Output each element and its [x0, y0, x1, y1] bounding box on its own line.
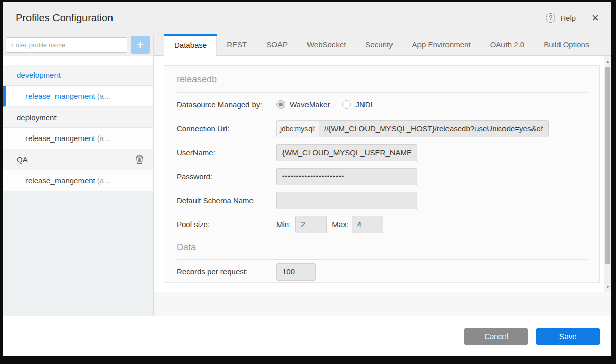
cancel-button[interactable]: Cancel — [464, 328, 528, 345]
profile-group-deployment[interactable]: deployment — [3, 107, 153, 128]
scrollbar-down-icon[interactable]: ▼ — [604, 283, 611, 291]
main-area: Database REST SOAP WebSocket Security Ap… — [154, 34, 611, 316]
username-row: UserName: — [177, 141, 587, 164]
profile-item-truncation: (a… — [97, 176, 111, 185]
radio-jndi[interactable] — [342, 100, 351, 109]
profiles-configuration-dialog: Profiles Configuration ? Help ✕ + develo… — [3, 2, 611, 356]
delete-profile-icon[interactable] — [135, 155, 144, 164]
tab-label: App Environment — [412, 40, 471, 49]
pool-min-label: Min: — [276, 220, 291, 229]
records-label: Records per request: — [177, 267, 276, 276]
connection-url-input[interactable] — [319, 120, 549, 137]
database-config-panel: releasedb Datasource Managed by: WaveMak… — [164, 65, 600, 283]
profile-group-label: deployment — [17, 113, 57, 122]
profile-item-label: release_mangement — [25, 176, 95, 185]
profile-name-input[interactable] — [6, 37, 127, 53]
tab-soap[interactable]: SOAP — [257, 34, 297, 55]
radio-jndi-label: JNDI — [355, 100, 372, 109]
profiles-sidebar: + development release_mangement (a… depl… — [3, 34, 154, 316]
tab-label: Database — [174, 41, 207, 49]
profile-item-truncation: (a… — [97, 134, 111, 143]
database-section-title: releasedb — [177, 66, 587, 93]
tab-build-options[interactable]: Build Options — [534, 34, 599, 55]
tab-rest[interactable]: REST — [217, 34, 257, 55]
schema-row: Default Schema Name — [177, 188, 587, 212]
dialog-body: + development release_mangement (a… depl… — [3, 34, 611, 316]
profile-item-label: release_mangement — [25, 134, 95, 143]
password-label: Password: — [177, 172, 276, 181]
radio-wavemaker-label: WaveMaker — [290, 100, 330, 109]
schema-label: Default Schema Name — [177, 196, 276, 205]
profile-group-label: development — [17, 71, 61, 79]
profile-item-label: release_mangement — [25, 92, 95, 100]
profile-group-label: QA — [17, 155, 28, 164]
datasource-label: Datasource Managed by: — [177, 100, 276, 109]
pool-size-label: Pool size: — [177, 220, 276, 229]
content-bottom-strip — [154, 292, 611, 316]
profile-item-deployment-release[interactable]: release_mangement (a… — [3, 128, 153, 149]
profile-item-development-release[interactable]: release_mangement (a… — [3, 86, 153, 107]
tab-label: OAuth 2.0 — [490, 40, 525, 49]
pool-max-label: Max: — [332, 220, 349, 229]
tab-label: WebSocket — [307, 40, 346, 49]
pool-max-input[interactable] — [352, 216, 383, 233]
password-row: Password: — [177, 164, 587, 188]
dialog-title: Profiles Configuration — [16, 12, 113, 24]
pool-size-row: Pool size: Min: Max: — [177, 212, 587, 236]
profile-item-truncation: (a… — [97, 92, 111, 100]
dialog-footer: Cancel Save — [3, 316, 611, 356]
tab-app-environment[interactable]: App Environment — [403, 34, 481, 55]
tab-websocket[interactable]: WebSocket — [297, 34, 355, 55]
tab-database[interactable]: Database — [164, 34, 217, 56]
schema-input[interactable] — [276, 192, 417, 209]
sidebar-spacer — [3, 56, 153, 65]
help-link[interactable]: Help — [560, 14, 576, 22]
tab-label: REST — [227, 40, 247, 49]
dialog-header: Profiles Configuration ? Help ✕ — [3, 2, 611, 34]
records-input[interactable] — [276, 263, 316, 281]
profile-item-qa-release[interactable]: release_mangement (a… — [3, 170, 153, 191]
tab-label: Security — [365, 40, 393, 49]
profile-group-development[interactable]: development — [3, 65, 153, 86]
sidebar-filler — [3, 191, 153, 316]
username-input[interactable] — [276, 144, 417, 161]
profile-search-row: + — [3, 34, 153, 56]
tab-label: SOAP — [266, 40, 288, 49]
close-icon[interactable]: ✕ — [591, 13, 599, 23]
password-input[interactable] — [276, 168, 417, 185]
connection-url-row: Connection Url: jdbc:mysql: — [177, 117, 587, 141]
header-actions: ? Help ✕ — [546, 13, 599, 23]
tab-label: Build Options — [544, 40, 589, 49]
tab-oauth[interactable]: OAuth 2.0 — [481, 34, 535, 55]
data-section-title: Data — [177, 237, 587, 260]
add-profile-button[interactable]: + — [131, 36, 150, 54]
save-button[interactable]: Save — [536, 328, 600, 345]
username-label: UserName: — [177, 148, 276, 157]
jdbc-prefix: jdbc:mysql: — [276, 120, 319, 137]
connection-url-label: Connection Url: — [177, 124, 276, 133]
profile-group-qa[interactable]: QA — [3, 149, 153, 170]
scrollbar-up-icon[interactable]: ▲ — [604, 57, 611, 65]
scrollbar-thumb[interactable] — [605, 67, 610, 264]
help-icon[interactable]: ? — [546, 13, 555, 23]
content-scrollbar[interactable]: ▲ ▼ — [604, 56, 611, 292]
records-row: Records per request: — [177, 260, 587, 283]
tab-security[interactable]: Security — [355, 34, 402, 55]
pool-min-input[interactable] — [295, 216, 327, 233]
config-tabbar: Database REST SOAP WebSocket Security Ap… — [154, 34, 611, 56]
radio-wavemaker[interactable] — [276, 100, 285, 109]
datasource-row: Datasource Managed by: WaveMaker JNDI — [177, 93, 587, 117]
database-tab-content: releasedb Datasource Managed by: WaveMak… — [154, 56, 611, 292]
